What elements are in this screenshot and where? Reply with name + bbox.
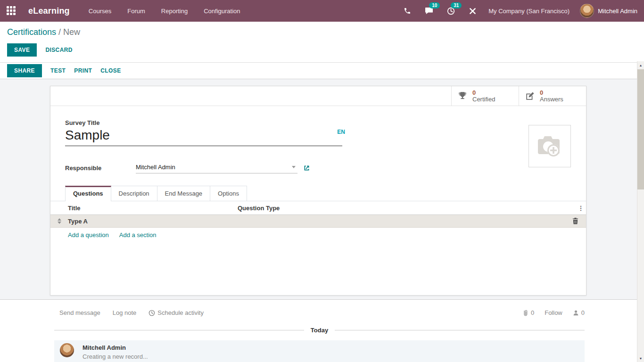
chatter-message: Mitchell Admin Creating a new record...: [54, 340, 585, 362]
schedule-activity-label: Schedule activity: [157, 309, 204, 316]
wrench-cross-icon: [469, 8, 476, 15]
follow-button[interactable]: Follow: [545, 309, 562, 316]
scrollbar-thumb[interactable]: [637, 69, 644, 189]
control-panel: Certifications / New SAVE DISCARD: [0, 22, 644, 62]
external-link-icon[interactable]: [303, 165, 310, 172]
message-author[interactable]: Mitchell Admin: [83, 343, 148, 351]
section-title-cell[interactable]: Type A: [68, 218, 238, 225]
breadcrumb-current: New: [63, 27, 80, 37]
breadcrumb: Certifications / New: [7, 27, 637, 37]
responsible-value: Mitchell Admin: [136, 164, 292, 171]
breadcrumb-separator: /: [58, 27, 61, 37]
menu-configuration[interactable]: Configuration: [204, 8, 240, 15]
share-button[interactable]: SHARE: [7, 64, 42, 77]
app-name[interactable]: eLearning: [28, 6, 70, 16]
column-title: Title: [68, 205, 238, 212]
attachments-count: 0: [531, 309, 534, 316]
notebook-tabs: Questions Description End Message Option…: [65, 186, 571, 201]
odoo-survey-form-screen: eLearning Courses Forum Reporting Config…: [0, 0, 644, 362]
tab-options[interactable]: Options: [210, 186, 247, 201]
top-navbar: eLearning Courses Forum Reporting Config…: [0, 0, 644, 22]
responsible-input[interactable]: Mitchell Admin: [136, 162, 297, 173]
date-divider-label: Today: [311, 327, 328, 334]
form-view-area: 0 Certified 0 Answers Survey Titl: [0, 79, 644, 299]
tab-description[interactable]: Description: [111, 186, 157, 201]
chatter: Send message Log note Schedule activity …: [0, 300, 644, 362]
log-note-button[interactable]: Log note: [113, 309, 137, 316]
answers-stat-button[interactable]: 0 Answers: [519, 86, 586, 106]
debug-tools-icon[interactable]: [467, 5, 478, 16]
survey-title-input[interactable]: Sample: [65, 127, 342, 146]
send-message-button[interactable]: Send message: [59, 309, 100, 316]
camera-add-icon: [534, 132, 565, 160]
main-menu: Courses Forum Reporting Configuration: [89, 8, 240, 15]
table-add-links: Add a question Add a section: [50, 228, 586, 239]
optional-columns-icon[interactable]: ⋮: [576, 205, 586, 212]
user-menu[interactable]: Mitchell Admin: [580, 4, 637, 18]
certified-count: 0: [472, 90, 495, 96]
tab-questions[interactable]: Questions: [65, 186, 111, 201]
schedule-activity-button[interactable]: Schedule activity: [149, 309, 204, 316]
message-body: Creating a new record...: [83, 353, 148, 360]
followers-button[interactable]: 0: [573, 309, 585, 316]
schedule-clock-icon: [149, 310, 155, 316]
breadcrumb-parent[interactable]: Certifications: [7, 27, 56, 37]
certified-stat-button[interactable]: 0 Certified: [451, 86, 519, 106]
messages-badge: 10: [429, 2, 440, 8]
add-question-link[interactable]: Add a question: [68, 231, 109, 239]
survey-image-upload[interactable]: [528, 125, 571, 167]
questions-table-header: Title Question Type ⋮: [50, 202, 586, 215]
scroll-up-arrow-icon[interactable]: ▲: [637, 61, 644, 69]
user-avatar: [580, 4, 594, 18]
drag-handle-icon[interactable]: [50, 218, 68, 224]
form-sheet: 0 Certified 0 Answers Survey Titl: [50, 86, 586, 296]
phone-icon[interactable]: [402, 5, 413, 16]
save-button[interactable]: SAVE: [7, 43, 37, 57]
vertical-scrollbar[interactable]: ▲ ▼: [637, 61, 644, 362]
trophy-icon: [457, 91, 468, 101]
responsible-field-row: Responsible Mitchell Admin: [65, 162, 571, 173]
menu-reporting[interactable]: Reporting: [161, 8, 188, 15]
followers-count: 0: [581, 309, 585, 316]
apps-menu-icon[interactable]: [7, 6, 16, 16]
message-author-avatar: [60, 343, 74, 357]
date-divider: Today: [54, 327, 585, 334]
answers-label: Answers: [540, 96, 563, 103]
questions-table: Title Question Type ⋮ Type A: [50, 202, 586, 239]
phone-icon-glyph: [404, 7, 411, 15]
activities-icon[interactable]: 31: [445, 5, 456, 16]
attachments-button[interactable]: 0: [522, 309, 534, 316]
print-button[interactable]: PRINT: [74, 67, 92, 74]
test-button[interactable]: TEST: [50, 67, 66, 74]
follower-person-icon: [573, 310, 579, 316]
edit-square-icon: [525, 91, 535, 101]
menu-courses[interactable]: Courses: [89, 8, 111, 15]
messages-icon[interactable]: 10: [423, 5, 435, 16]
sheet-body: Survey Title Sample EN Responsible: [50, 106, 586, 239]
responsible-label: Responsible: [65, 165, 136, 172]
company-switcher[interactable]: My Company (San Francisco): [488, 8, 570, 15]
activities-badge: 31: [451, 2, 462, 8]
language-badge[interactable]: EN: [337, 129, 345, 135]
scroll-down-arrow-icon[interactable]: ▼: [637, 354, 644, 362]
table-row-section[interactable]: Type A: [50, 215, 586, 228]
menu-forum[interactable]: Forum: [127, 8, 145, 15]
answers-count: 0: [540, 90, 563, 96]
close-button[interactable]: CLOSE: [100, 67, 121, 74]
column-question-type: Question Type: [238, 205, 576, 212]
form-statusbar: SHARE TEST PRINT CLOSE: [0, 62, 644, 79]
delete-row-icon[interactable]: [564, 218, 586, 224]
user-name: Mitchell Admin: [598, 8, 637, 15]
discard-button[interactable]: DISCARD: [45, 47, 72, 53]
add-section-link[interactable]: Add a section: [119, 231, 157, 239]
certified-label: Certified: [472, 96, 495, 103]
paperclip-icon: [522, 309, 528, 316]
stat-button-box: 0 Certified 0 Answers: [50, 86, 586, 106]
survey-title-label: Survey Title: [65, 119, 571, 126]
tabs-divider: [50, 201, 586, 201]
dropdown-caret-icon[interactable]: [292, 166, 296, 168]
tab-end-message[interactable]: End Message: [157, 186, 211, 201]
